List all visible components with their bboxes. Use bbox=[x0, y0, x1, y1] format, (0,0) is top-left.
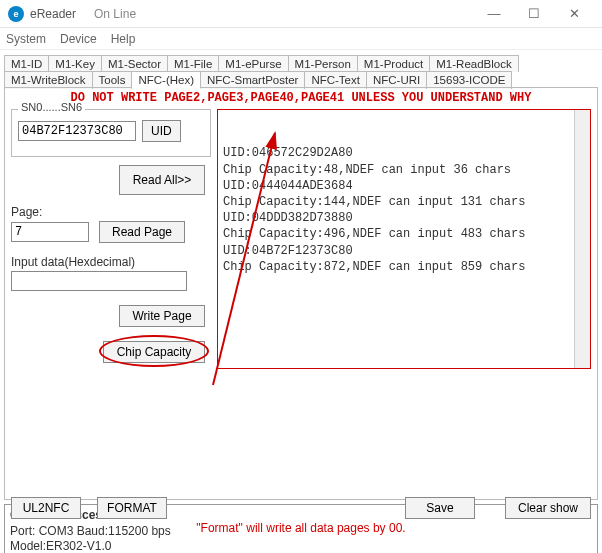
output-line: Chip Capacity:48,NDEF can input 36 chars bbox=[223, 162, 585, 178]
app-icon: e bbox=[8, 6, 24, 22]
sn-group: SN0......SN6 UID bbox=[11, 109, 211, 157]
output-line: UID:046572C29D2A80 bbox=[223, 145, 585, 161]
tab-m1-product[interactable]: M1-Product bbox=[357, 55, 430, 72]
tab-m1-key[interactable]: M1-Key bbox=[48, 55, 102, 72]
output-line: UID:04DDD382D73880 bbox=[223, 210, 585, 226]
chip-capacity-button[interactable]: Chip Capacity bbox=[103, 341, 205, 363]
sn-input[interactable] bbox=[18, 121, 136, 141]
tab-nfc-hex-[interactable]: NFC-(Hex) bbox=[131, 71, 201, 89]
ul2nfc-button[interactable]: UL2NFC bbox=[11, 497, 81, 519]
page-input[interactable] bbox=[11, 222, 89, 242]
menu-help[interactable]: Help bbox=[111, 32, 136, 46]
save-button[interactable]: Save bbox=[405, 497, 475, 519]
write-page-button[interactable]: Write Page bbox=[119, 305, 205, 327]
read-all-button[interactable]: Read All>> bbox=[119, 165, 205, 195]
tab-m1-readblock[interactable]: M1-ReadBlock bbox=[429, 55, 518, 72]
close-button[interactable]: ✕ bbox=[554, 0, 594, 28]
menu-device[interactable]: Device bbox=[60, 32, 97, 46]
page-label: Page: bbox=[11, 205, 211, 219]
title-bar: e eReader On Line — ☐ ✕ bbox=[0, 0, 602, 28]
connection-status: On Line bbox=[94, 7, 136, 21]
menu-system[interactable]: System bbox=[6, 32, 46, 46]
tab-m1-id[interactable]: M1-ID bbox=[4, 55, 49, 72]
output-line: Chip Capacity:872,NDEF can input 859 cha… bbox=[223, 259, 585, 275]
status-line-3: Model:ER302-V1.0 bbox=[10, 539, 592, 553]
output-line: Chip Capacity:144,NDEF can input 131 cha… bbox=[223, 194, 585, 210]
scrollbar[interactable] bbox=[574, 110, 590, 368]
output-textbox[interactable]: UID:046572C29D2A80Chip Capacity:48,NDEF … bbox=[217, 109, 591, 369]
output-line: UID:04B72F12373C80 bbox=[223, 243, 585, 259]
sn-label: SN0......SN6 bbox=[18, 101, 85, 113]
clear-show-button[interactable]: Clear show bbox=[505, 497, 591, 519]
format-button[interactable]: FORMAT bbox=[97, 497, 167, 519]
read-page-button[interactable]: Read Page bbox=[99, 221, 185, 243]
input-data-field[interactable] bbox=[11, 271, 187, 291]
output-line: UID:0444044ADE3684 bbox=[223, 178, 585, 194]
uid-button[interactable]: UID bbox=[142, 120, 181, 142]
menu-bar: System Device Help bbox=[0, 28, 602, 50]
tab-m1-person[interactable]: M1-Person bbox=[288, 55, 358, 72]
format-note: "Format" will write all data pages by 00… bbox=[5, 521, 597, 535]
tab-m1-file[interactable]: M1-File bbox=[167, 55, 219, 72]
tab-m1-epurse[interactable]: M1-ePurse bbox=[218, 55, 288, 72]
input-data-label: Input data(Hexdecimal) bbox=[11, 255, 211, 269]
minimize-button[interactable]: — bbox=[474, 0, 514, 28]
tab-m1-sector[interactable]: M1-Sector bbox=[101, 55, 168, 72]
tab-strip: M1-IDM1-KeyM1-SectorM1-FileM1-ePurseM1-P… bbox=[0, 50, 602, 87]
warning-text: DO NOT WRITE PAGE2,PAGE3,PAGE40,PAGE41 U… bbox=[5, 88, 597, 109]
tab-body: DO NOT WRITE PAGE2,PAGE3,PAGE40,PAGE41 U… bbox=[4, 87, 598, 500]
app-title: eReader bbox=[30, 7, 76, 21]
output-area: UID:046572C29D2A80Chip Capacity:48,NDEF … bbox=[217, 109, 591, 487]
output-line: Chip Capacity:496,NDEF can input 483 cha… bbox=[223, 226, 585, 242]
maximize-button[interactable]: ☐ bbox=[514, 0, 554, 28]
